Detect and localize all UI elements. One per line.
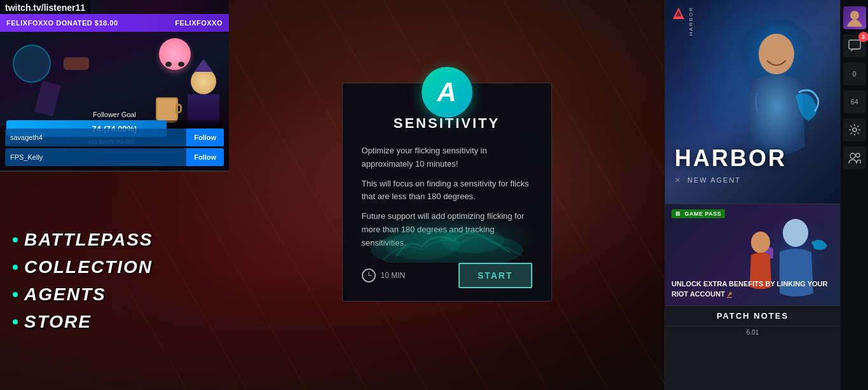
stream-char — [159, 38, 191, 70]
chat-icon — [848, 39, 861, 52]
friends-icon — [848, 151, 861, 164]
right-panel: HARBOR — [665, 0, 840, 390]
follow-username-2: FPS_Kelly — [5, 153, 186, 161]
modal-desc-3: Future support will add optimizing flick… — [362, 210, 532, 249]
donation-username: FELIXFOXXO — [175, 19, 223, 27]
follow-row-1: savageth4 Follow — [5, 129, 224, 146]
nav-bullet-battlepass — [13, 237, 18, 242]
user-avatar-icon[interactable] — [843, 6, 866, 29]
nav-item-battlepass[interactable]: BATTLEPASS — [13, 228, 216, 252]
svg-point-12 — [853, 128, 857, 132]
nav-bullet-store — [13, 319, 18, 324]
stream-decor-2 — [64, 57, 89, 70]
follow-btn-2[interactable]: Follow — [186, 148, 224, 166]
sidebar-count-3[interactable]: 3 — [843, 34, 866, 57]
follow-username-1: savageth4 — [5, 134, 186, 141]
nav-bullet-collection — [13, 265, 18, 270]
nav-label-store: STORE — [24, 312, 92, 332]
aimlabs-logo: A — [422, 67, 472, 118]
nav-label-collection: COLLECTION — [24, 257, 153, 277]
left-nav: BATTLEPASS COLLECTION AGENTS STORE — [0, 172, 229, 390]
nav-label-agents: AGENTS — [24, 284, 106, 305]
start-button[interactable]: START — [458, 263, 532, 288]
svg-point-10 — [850, 11, 859, 20]
gamepass-description: UNLOCK EXTRA BENEFITS BY LINKING YOUR RI… — [672, 279, 834, 299]
patch-notes-version: 6.01 — [665, 326, 840, 338]
valorant-logo — [672, 6, 685, 20]
sidebar-settings-icon[interactable] — [843, 118, 866, 141]
donation-text: FELIXFOXXO DONATED $18.00 — [6, 19, 118, 27]
harbor-bg: HARBOR — [665, 0, 840, 204]
center-area: A SENSITIVITY Optimize your flicking sen… — [229, 0, 665, 390]
riot-link[interactable]: ↗ — [727, 291, 732, 298]
follower-goal-label: Follower Goal — [6, 111, 223, 118]
right-sidebar: 3 0 64 — [840, 0, 868, 390]
sidebar-count-0[interactable]: 0 — [843, 62, 866, 85]
clock-icon — [362, 268, 376, 282]
svg-point-6 — [759, 34, 794, 74]
nav-item-collection[interactable]: COLLECTION — [13, 255, 216, 279]
svg-point-8 — [783, 219, 808, 247]
harbor-card: HARBOR — [665, 0, 840, 204]
time-indicator: 10 MIN — [362, 268, 406, 282]
avatar-svg — [846, 9, 864, 27]
svg-rect-11 — [849, 40, 860, 49]
sidebar-num-64: 64 — [850, 98, 858, 106]
stream-decor-1 — [8, 39, 57, 88]
gamepass-logo: ⊞ GAME PASS — [672, 209, 725, 218]
xbox-icon: ⊞ — [675, 211, 681, 217]
modal-desc-2: This will focus on finding a sensitivity… — [362, 178, 532, 204]
nav-item-agents[interactable]: AGENTS — [13, 282, 216, 307]
patch-notes-title: PATCH NOTES — [665, 306, 840, 326]
harbor-vertical-text: HARBOR — [688, 6, 694, 36]
time-label: 10 MIN — [381, 271, 406, 280]
modal-footer: 10 MIN START — [362, 263, 532, 288]
x-icon: ✕ — [675, 176, 682, 184]
gear-icon — [848, 123, 861, 136]
nav-bullet-agents — [13, 292, 18, 297]
modal-desc-1: Optimize your flicking sensitivity in ap… — [362, 144, 532, 171]
follow-row-2: FPS_Kelly Follow — [5, 148, 224, 166]
sidebar-count-64[interactable]: 64 — [843, 90, 866, 113]
badge-3: 3 — [858, 32, 869, 42]
sidebar-num-0: 0 — [852, 70, 856, 78]
follow-btn-1[interactable]: Follow — [186, 129, 224, 146]
nav-item-store[interactable]: STORE — [13, 310, 216, 334]
svg-point-13 — [850, 153, 855, 158]
svg-point-14 — [856, 153, 860, 157]
nav-label-battlepass: BATTLEPASS — [24, 230, 153, 250]
stream-cam: twitch.tv/listener11 FELIXFOXXO DONATED … — [0, 0, 229, 172]
patch-notes: PATCH NOTES 6.01 — [665, 305, 840, 390]
sidebar-friends-icon[interactable] — [843, 146, 866, 169]
twitch-title: twitch.tv/listener11 — [0, 0, 90, 15]
harbor-name: HARBOR — [675, 145, 787, 172]
new-agent-badge: ✕ NEW AGENT — [675, 176, 741, 185]
svg-point-9 — [751, 232, 770, 253]
left-panel: twitch.tv/listener11 FELIXFOXXO DONATED … — [0, 0, 229, 390]
follow-buttons: savageth4 Follow FPS_Kelly Follow — [0, 126, 229, 171]
donation-banner: FELIXFOXXO DONATED $18.00 FELIXFOXXO — [0, 14, 229, 32]
logo-letter: A — [437, 79, 456, 106]
gamepass-banner: ⊞ GAME PASS — [665, 204, 840, 305]
